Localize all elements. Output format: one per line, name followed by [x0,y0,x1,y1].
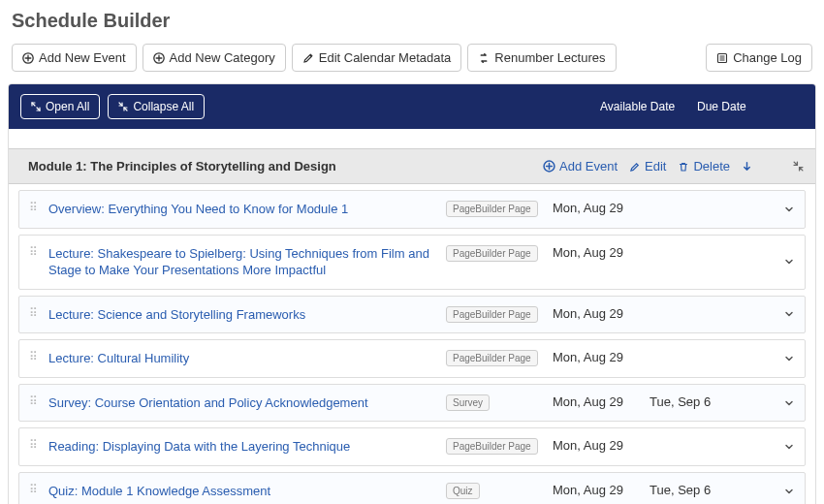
drag-handle-icon[interactable]: ⠿ [29,438,39,454]
expand-item-button[interactable] [783,353,795,364]
add-new-category-button[interactable]: Add New Category [143,44,286,72]
drag-handle-icon[interactable]: ⠿ [29,483,39,498]
expand-item-button[interactable] [783,308,795,320]
item-due-date: Tue, Sep 6 [650,483,746,497]
column-header-bar: Open All Collapse All Available Date Due… [9,84,815,129]
item-available-date: Mon, Aug 29 [553,350,650,364]
expand-icon [31,102,41,111]
renumber-lectures-button[interactable]: Renumber Lectures [467,44,616,72]
item-available-date: Mon, Aug 29 [553,201,650,215]
toolbar: Add New Event Add New Category Edit Cale… [0,44,824,83]
drag-handle-icon[interactable]: ⠿ [29,245,39,261]
drag-handle-icon[interactable]: ⠿ [29,201,39,216]
item-title-link[interactable]: Lecture: Cultural Humility [48,350,446,367]
module-edit-button[interactable]: Edit [629,159,666,173]
item-type-badge: PageBuilder Page [446,350,538,366]
drag-handle-icon[interactable]: ⠿ [29,394,39,410]
item-available-date: Mon, Aug 29 [553,306,650,321]
edit-calendar-metadata-button[interactable]: Edit Calendar Metadata [292,44,462,72]
move-module-down-button[interactable] [742,161,752,172]
expand-item-button[interactable] [783,486,795,497]
expand-item-button[interactable] [783,256,795,268]
item-type-badge: Survey [446,394,490,411]
change-log-button[interactable]: Change Log [706,44,812,72]
module: Module 1: The Principles of Storytelling… [9,148,815,504]
drag-handle-icon[interactable]: ⠿ [29,350,39,365]
button-label: Edit Calendar Metadata [319,50,452,65]
item-title-link[interactable]: Reading: Displaying Data with the Layeri… [48,438,446,456]
schedule-item: ⠿ Overview: Everything You Need to Know … [18,190,806,229]
schedule-item: ⠿ Lecture: Science and Storytelling Fram… [18,296,806,334]
schedule-panel: Open All Collapse All Available Date Due… [8,83,816,504]
schedule-item: ⠿ Survey: Course Orientation and Policy … [18,384,806,423]
plus-circle-icon [22,52,34,64]
add-new-event-button[interactable]: Add New Event [12,44,137,72]
module-title: Module 1: The Principles of Storytelling… [28,159,336,173]
module-add-event-button[interactable]: Add Event [543,159,618,173]
item-title-link[interactable]: Lecture: Shakespeare to Spielberg: Using… [48,245,446,279]
available-date-header: Available Date [600,100,697,113]
module-actions: Add Event Edit Delete [543,159,804,173]
action-label: Edit [645,159,666,173]
item-due-date: Tue, Sep 6 [650,394,746,409]
item-type-badge: PageBuilder Page [446,306,538,323]
page-title: Schedule Builder [0,0,824,44]
item-available-date: Mon, Aug 29 [553,483,650,497]
trash-icon [678,161,689,173]
button-label: Change Log [733,50,802,65]
schedule-item: ⠿ Quiz: Module 1 Knowledge Assessment Qu… [18,472,806,504]
expand-item-button[interactable] [783,397,795,409]
expand-item-button[interactable] [783,204,795,215]
plus-circle-icon [543,160,555,173]
action-label: Add Event [559,159,618,173]
item-title-link[interactable]: Overview: Everything You Need to Know fo… [48,201,446,218]
collapse-icon [118,102,128,111]
pencil-icon [302,52,314,64]
collapse-all-button[interactable]: Collapse All [108,94,205,119]
schedule-item: ⠿ Reading: Displaying Data with the Laye… [18,427,806,466]
button-label: Add New Event [39,50,126,65]
item-type-badge: Quiz [446,483,480,499]
open-all-button[interactable]: Open All [20,94,100,119]
button-label: Add New Category [170,50,275,65]
item-available-date: Mon, Aug 29 [553,394,650,409]
plus-circle-icon [153,52,165,64]
item-title-link[interactable]: Quiz: Module 1 Knowledge Assessment [48,483,446,500]
schedule-item: ⠿ Lecture: Cultural Humility PageBuilder… [18,339,806,378]
item-type-badge: PageBuilder Page [446,245,538,262]
action-label: Delete [693,159,730,173]
module-delete-button[interactable]: Delete [678,159,730,173]
pencil-icon [629,161,641,173]
item-type-badge: PageBuilder Page [446,438,538,455]
item-available-date: Mon, Aug 29 [553,245,650,260]
item-title-link[interactable]: Survey: Course Orientation and Policy Ac… [48,394,446,412]
item-type-badge: PageBuilder Page [446,201,538,217]
expand-item-button[interactable] [783,441,795,453]
collapse-module-button[interactable] [793,161,804,172]
list-icon [716,52,728,64]
module-header: Module 1: The Principles of Storytelling… [9,148,815,184]
button-label: Renumber Lectures [494,50,605,65]
due-date-header: Due Date [697,100,804,113]
button-label: Collapse All [133,100,194,113]
drag-handle-icon[interactable]: ⠿ [29,306,39,322]
module-items: ⠿ Overview: Everything You Need to Know … [9,184,815,504]
item-title-link[interactable]: Lecture: Science and Storytelling Framew… [48,306,446,324]
renumber-icon [478,52,490,64]
item-available-date: Mon, Aug 29 [553,438,650,453]
schedule-item: ⠿ Lecture: Shakespeare to Spielberg: Usi… [18,235,806,290]
button-label: Open All [46,100,89,113]
